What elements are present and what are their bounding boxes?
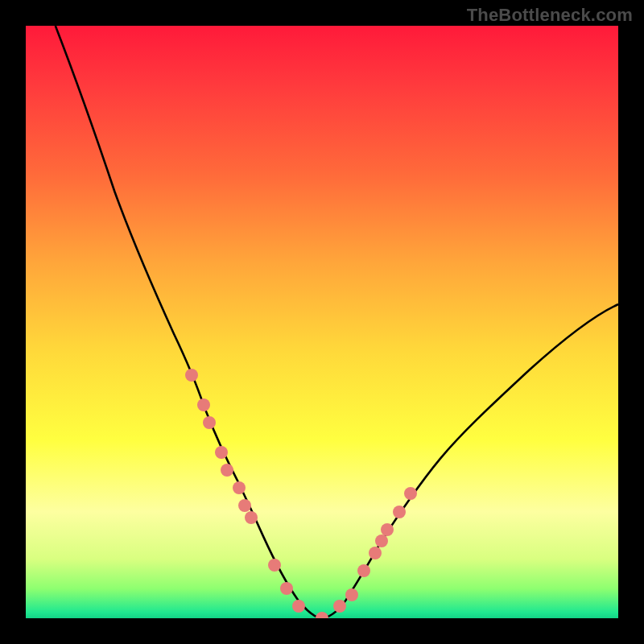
curve-dots [185, 369, 417, 618]
dot [185, 369, 198, 382]
dot [316, 612, 328, 618]
bottleneck-curve-svg [26, 26, 618, 618]
dot [215, 446, 228, 459]
dot [381, 523, 394, 536]
dot [221, 464, 233, 477]
dot [233, 481, 246, 494]
dot [404, 487, 417, 500]
dot [333, 600, 346, 613]
dot [375, 535, 388, 547]
plot-area [26, 26, 618, 618]
dot [245, 511, 258, 524]
dot [238, 499, 251, 512]
dot [345, 588, 358, 601]
dot [393, 506, 406, 518]
dot [280, 582, 293, 595]
dot [197, 398, 210, 411]
dot [369, 547, 382, 559]
dot [203, 416, 216, 429]
dot [268, 559, 281, 572]
dot [292, 600, 305, 613]
curve-path [56, 26, 618, 618]
dot [357, 564, 370, 577]
watermark-text: TheBottleneck.com [467, 5, 633, 26]
chart-frame: TheBottleneck.com [0, 0, 644, 644]
bottleneck-curve-line [56, 26, 618, 618]
